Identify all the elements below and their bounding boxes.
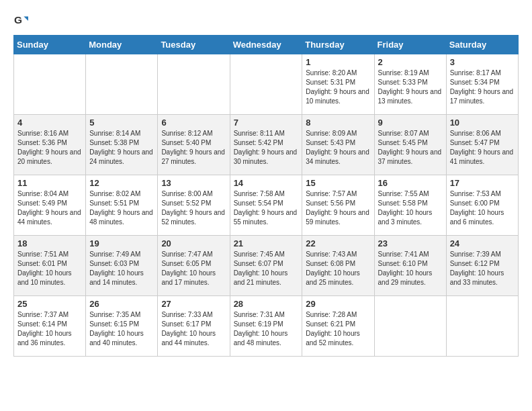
day-number: 17: [450, 178, 515, 188]
day-number: 25: [17, 299, 82, 309]
day-info: Sunrise: 7:51 AM Sunset: 6:01 PM Dayligh…: [17, 250, 82, 287]
day-number: 26: [89, 299, 154, 309]
calendar-cell: 18Sunrise: 7:51 AM Sunset: 6:01 PM Dayli…: [14, 236, 86, 296]
day-info: Sunrise: 8:19 AM Sunset: 5:33 PM Dayligh…: [378, 68, 443, 106]
calendar-cell: 10Sunrise: 8:06 AM Sunset: 5:47 PM Dayli…: [446, 115, 518, 175]
calendar-week-2: 4Sunrise: 8:16 AM Sunset: 5:36 PM Daylig…: [14, 115, 519, 175]
svg-text:G: G: [14, 14, 22, 26]
day-number: 7: [234, 118, 299, 128]
calendar-cell: [14, 54, 86, 115]
day-number: 9: [378, 118, 443, 128]
day-info: Sunrise: 7:45 AM Sunset: 6:07 PM Dayligh…: [234, 250, 299, 287]
day-info: Sunrise: 7:47 AM Sunset: 6:05 PM Dayligh…: [161, 250, 226, 287]
calendar-cell: [374, 296, 446, 357]
day-number: 11: [17, 178, 82, 188]
calendar-cell: 23Sunrise: 7:41 AM Sunset: 6:10 PM Dayli…: [374, 236, 446, 296]
column-header-tuesday: Tuesday: [158, 36, 230, 54]
day-info: Sunrise: 8:02 AM Sunset: 5:51 PM Dayligh…: [89, 189, 154, 227]
day-number: 29: [306, 299, 370, 309]
day-number: 2: [378, 57, 443, 67]
calendar-week-4: 18Sunrise: 7:51 AM Sunset: 6:01 PM Dayli…: [14, 236, 519, 296]
day-number: 8: [306, 118, 370, 128]
day-info: Sunrise: 7:35 AM Sunset: 6:15 PM Dayligh…: [89, 310, 154, 348]
day-info: Sunrise: 7:58 AM Sunset: 5:54 PM Dayligh…: [234, 189, 299, 227]
calendar-table: SundayMondayTuesdayWednesdayThursdayFrid…: [13, 35, 519, 357]
day-info: Sunrise: 8:17 AM Sunset: 5:34 PM Dayligh…: [450, 68, 515, 106]
day-number: 19: [89, 238, 154, 248]
day-info: Sunrise: 7:33 AM Sunset: 6:17 PM Dayligh…: [161, 310, 226, 348]
calendar-cell: 22Sunrise: 7:43 AM Sunset: 6:08 PM Dayli…: [302, 236, 374, 296]
calendar-cell: 25Sunrise: 7:37 AM Sunset: 6:14 PM Dayli…: [14, 296, 86, 357]
calendar-cell: 1Sunrise: 8:20 AM Sunset: 5:31 PM Daylig…: [302, 54, 374, 115]
day-number: 3: [450, 57, 515, 67]
calendar-cell: 17Sunrise: 7:53 AM Sunset: 6:00 PM Dayli…: [446, 175, 518, 236]
calendar-week-5: 25Sunrise: 7:37 AM Sunset: 6:14 PM Dayli…: [14, 296, 519, 357]
column-header-saturday: Saturday: [446, 36, 518, 54]
calendar-cell: 9Sunrise: 8:07 AM Sunset: 5:45 PM Daylig…: [374, 115, 446, 175]
column-header-monday: Monday: [86, 36, 158, 54]
calendar-cell: 28Sunrise: 7:31 AM Sunset: 6:19 PM Dayli…: [230, 296, 302, 357]
day-info: Sunrise: 7:53 AM Sunset: 6:00 PM Dayligh…: [450, 189, 515, 227]
day-info: Sunrise: 7:49 AM Sunset: 6:03 PM Dayligh…: [89, 250, 154, 287]
generalblue-icon: G: [13, 13, 28, 28]
calendar-week-1: 1Sunrise: 8:20 AM Sunset: 5:31 PM Daylig…: [14, 54, 519, 115]
day-number: 24: [450, 238, 515, 248]
day-info: Sunrise: 7:39 AM Sunset: 6:12 PM Dayligh…: [450, 250, 515, 287]
page-header: G: [13, 13, 519, 28]
calendar-cell: 21Sunrise: 7:45 AM Sunset: 6:07 PM Dayli…: [230, 236, 302, 296]
logo: G: [13, 13, 31, 28]
day-info: Sunrise: 8:09 AM Sunset: 5:43 PM Dayligh…: [306, 129, 370, 167]
day-info: Sunrise: 8:16 AM Sunset: 5:36 PM Dayligh…: [17, 129, 82, 167]
column-header-thursday: Thursday: [302, 36, 374, 54]
day-info: Sunrise: 7:31 AM Sunset: 6:19 PM Dayligh…: [234, 310, 299, 348]
calendar-cell: 14Sunrise: 7:58 AM Sunset: 5:54 PM Dayli…: [230, 175, 302, 236]
calendar-cell: 26Sunrise: 7:35 AM Sunset: 6:15 PM Dayli…: [86, 296, 158, 357]
day-number: 15: [306, 178, 370, 188]
calendar-cell: 16Sunrise: 7:55 AM Sunset: 5:58 PM Dayli…: [374, 175, 446, 236]
column-header-wednesday: Wednesday: [230, 36, 302, 54]
day-number: 5: [89, 118, 154, 128]
day-number: 10: [450, 118, 515, 128]
day-info: Sunrise: 8:06 AM Sunset: 5:47 PM Dayligh…: [450, 129, 515, 167]
day-info: Sunrise: 8:12 AM Sunset: 5:40 PM Dayligh…: [161, 129, 226, 167]
calendar-cell: 7Sunrise: 8:11 AM Sunset: 5:42 PM Daylig…: [230, 115, 302, 175]
day-info: Sunrise: 7:41 AM Sunset: 6:10 PM Dayligh…: [378, 250, 443, 287]
calendar-cell: 15Sunrise: 7:57 AM Sunset: 5:56 PM Dayli…: [302, 175, 374, 236]
calendar-cell: [230, 54, 302, 115]
day-number: 12: [89, 178, 154, 188]
day-info: Sunrise: 8:07 AM Sunset: 5:45 PM Dayligh…: [378, 129, 443, 167]
day-number: 18: [17, 238, 82, 248]
day-info: Sunrise: 8:04 AM Sunset: 5:49 PM Dayligh…: [17, 189, 82, 227]
day-number: 14: [234, 178, 299, 188]
calendar-cell: 13Sunrise: 8:00 AM Sunset: 5:52 PM Dayli…: [158, 175, 230, 236]
day-number: 22: [306, 238, 370, 248]
day-number: 21: [234, 238, 299, 248]
day-info: Sunrise: 7:57 AM Sunset: 5:56 PM Dayligh…: [306, 189, 370, 227]
calendar-cell: 6Sunrise: 8:12 AM Sunset: 5:40 PM Daylig…: [158, 115, 230, 175]
day-info: Sunrise: 8:14 AM Sunset: 5:38 PM Dayligh…: [89, 129, 154, 167]
day-info: Sunrise: 8:00 AM Sunset: 5:52 PM Dayligh…: [161, 189, 226, 227]
day-number: 20: [161, 238, 226, 248]
day-info: Sunrise: 7:43 AM Sunset: 6:08 PM Dayligh…: [306, 250, 370, 287]
calendar-cell: 19Sunrise: 7:49 AM Sunset: 6:03 PM Dayli…: [86, 236, 158, 296]
calendar-cell: 20Sunrise: 7:47 AM Sunset: 6:05 PM Dayli…: [158, 236, 230, 296]
day-number: 4: [17, 118, 82, 128]
calendar-cell: 2Sunrise: 8:19 AM Sunset: 5:33 PM Daylig…: [374, 54, 446, 115]
day-info: Sunrise: 8:11 AM Sunset: 5:42 PM Dayligh…: [234, 129, 299, 167]
calendar-cell: [158, 54, 230, 115]
day-number: 1: [306, 57, 370, 67]
calendar-cell: 27Sunrise: 7:33 AM Sunset: 6:17 PM Dayli…: [158, 296, 230, 357]
calendar-cell: 8Sunrise: 8:09 AM Sunset: 5:43 PM Daylig…: [302, 115, 374, 175]
calendar-cell: 11Sunrise: 8:04 AM Sunset: 5:49 PM Dayli…: [14, 175, 86, 236]
calendar-cell: 5Sunrise: 8:14 AM Sunset: 5:38 PM Daylig…: [86, 115, 158, 175]
calendar-cell: [86, 54, 158, 115]
day-number: 23: [378, 238, 443, 248]
day-number: 28: [234, 299, 299, 309]
calendar-cell: 29Sunrise: 7:28 AM Sunset: 6:21 PM Dayli…: [302, 296, 374, 357]
day-number: 27: [161, 299, 226, 309]
day-info: Sunrise: 7:55 AM Sunset: 5:58 PM Dayligh…: [378, 189, 443, 227]
calendar-cell: 24Sunrise: 7:39 AM Sunset: 6:12 PM Dayli…: [446, 236, 518, 296]
day-info: Sunrise: 7:37 AM Sunset: 6:14 PM Dayligh…: [17, 310, 82, 348]
calendar-cell: [446, 296, 518, 357]
day-number: 6: [161, 118, 226, 128]
